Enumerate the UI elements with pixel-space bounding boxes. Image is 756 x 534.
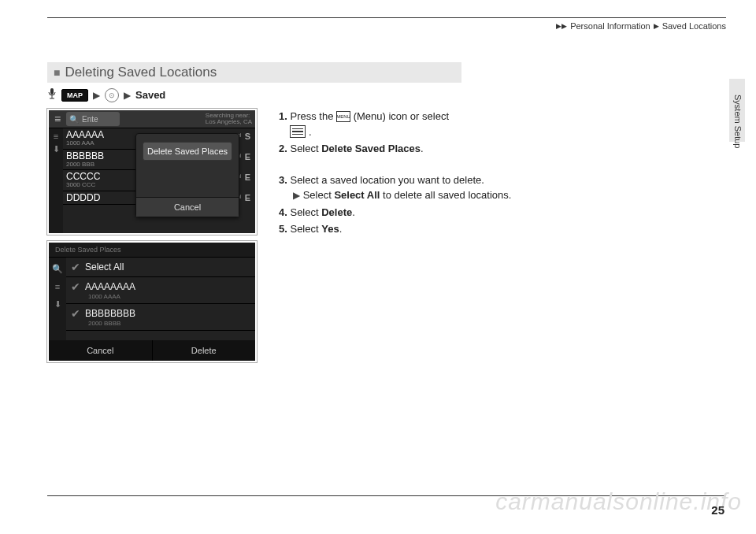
direction: S bbox=[245, 132, 250, 141]
section-heading: ■ Deleting Saved Locations bbox=[47, 62, 461, 83]
section-title: Deleting Saved Locations bbox=[65, 65, 217, 80]
saved-label: Saved bbox=[135, 89, 165, 101]
popup-cancel-button[interactable]: Cancel bbox=[136, 197, 239, 217]
delete-saved-places-option[interactable]: Delete Saved Places bbox=[143, 142, 232, 161]
header-breadcrumb: ▶▶ Personal Information ▶ Saved Location… bbox=[47, 21, 726, 31]
screen2-title: Delete Saved Places bbox=[49, 243, 255, 258]
tri-icon: ▶▶ bbox=[556, 22, 567, 30]
screenshot-delete-select: Delete Saved Places 🔍 ≡ ⬇ ✔Select All ✔A… bbox=[47, 241, 257, 362]
search-icon[interactable]: 🔍 bbox=[52, 264, 63, 274]
check-icon: ✔ bbox=[71, 307, 80, 320]
tri-icon: ▶ bbox=[654, 22, 659, 30]
header-crumb-2: Saved Locations bbox=[662, 21, 726, 31]
page-number: 25 bbox=[711, 503, 724, 517]
svg-rect-0 bbox=[50, 88, 54, 95]
square-bullet-icon: ■ bbox=[54, 66, 60, 79]
check-icon: ✔ bbox=[71, 280, 80, 293]
search-icon: 🔍 bbox=[69, 115, 79, 124]
direction: E bbox=[245, 193, 250, 202]
direction: E bbox=[245, 172, 250, 182]
nav-path: MAP ▶ ⊙ ▶ Saved bbox=[47, 87, 726, 102]
scroll-down-icon[interactable]: ⬇ bbox=[54, 299, 61, 310]
scroll-down-icon[interactable]: ⬇ bbox=[53, 144, 60, 154]
instruction-steps: 1. Press the MENU (Menu) icon or select … bbox=[279, 109, 726, 239]
list-item[interactable]: ✔BBBBBBBB 2000 BBBB bbox=[66, 304, 255, 331]
search-target-icon: ⊙ bbox=[105, 88, 119, 102]
hamburger-icon bbox=[290, 125, 306, 138]
searching-loc: Los Angeles, CA bbox=[206, 119, 252, 125]
search-input[interactable]: 🔍 Ente bbox=[66, 112, 120, 126]
check-icon: ✔ bbox=[71, 261, 80, 273]
search-text: Ente bbox=[82, 115, 98, 124]
chevron-right-icon: ▶ bbox=[93, 90, 100, 101]
list-item[interactable]: BBBBBB 2000 BBB bbox=[63, 150, 135, 171]
delete-button[interactable]: Delete bbox=[152, 340, 256, 361]
side-tab-label: System Setup bbox=[733, 95, 743, 148]
map-button: MAP bbox=[61, 89, 88, 102]
cancel-button[interactable]: Cancel bbox=[49, 340, 152, 361]
screenshot-saved-list: ≡ 🔍 Ente Searching near: Los Angeles, CA… bbox=[47, 109, 257, 235]
manual-page: ▶▶ Personal Information ▶ Saved Location… bbox=[0, 0, 756, 534]
menu-hard-button-icon: MENU bbox=[336, 111, 350, 122]
select-all-row[interactable]: ✔Select All bbox=[66, 258, 255, 277]
watermark: carmanualsonline.info bbox=[495, 488, 742, 515]
saved-list: AAAAAA 1000 AAA BBBBBB 2000 BBB CCCCC 30… bbox=[63, 128, 135, 234]
filter-icon[interactable]: ≡ bbox=[55, 282, 60, 291]
list-item[interactable]: CCCCC 3000 CCC bbox=[63, 170, 135, 191]
filter-icon[interactable]: ≡ bbox=[54, 132, 58, 141]
hamburger-icon[interactable]: ≡ bbox=[49, 113, 66, 125]
voice-icon bbox=[47, 87, 57, 102]
list-item[interactable]: AAAAAA 1000 AAA bbox=[63, 128, 135, 150]
list-item[interactable]: ✔AAAAAAAA 1000 AAAA bbox=[66, 277, 255, 304]
menu-popup: Delete Saved Places Cancel bbox=[135, 133, 239, 217]
list-item[interactable]: DDDDD bbox=[63, 191, 135, 205]
header-crumb-1: Personal Information bbox=[570, 21, 650, 31]
chevron-right-icon: ▶ bbox=[293, 190, 300, 201]
chevron-right-icon: ▶ bbox=[124, 90, 131, 101]
top-rule bbox=[47, 17, 726, 18]
direction: E bbox=[245, 152, 250, 161]
